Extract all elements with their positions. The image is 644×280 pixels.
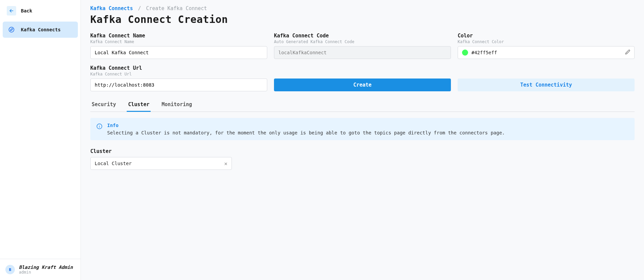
cluster-select[interactable]: Local Cluster ✕	[90, 157, 232, 170]
back-button[interactable]: Back	[3, 3, 78, 19]
tab-security[interactable]: Security	[90, 98, 117, 112]
close-icon[interactable]: ✕	[224, 160, 227, 167]
pencil-icon[interactable]	[625, 50, 630, 56]
field-sublabel: Kafka Connect Color	[458, 39, 635, 44]
back-label: Back	[21, 8, 32, 13]
sidebar-nav: Back Kafka Connects	[0, 0, 81, 259]
info-title: Info	[107, 123, 505, 128]
form-row-1: Kafka Connect Name Kafka Connect Name Ka…	[90, 33, 635, 59]
page-title: Kafka Connect Creation	[90, 13, 635, 25]
svg-point-0	[9, 27, 14, 32]
field-label: Kafka Connect Name	[90, 33, 267, 39]
sidebar-item-kafka-connects[interactable]: Kafka Connects	[3, 22, 78, 38]
breadcrumb-current: Create Kafka Connect	[146, 5, 207, 11]
cluster-select-value: Local Cluster	[95, 161, 132, 166]
sidebar: Back Kafka Connects B Blazing Kraft Admi…	[0, 0, 81, 280]
user-meta: Blazing Kraft Admin admin	[19, 265, 73, 275]
breadcrumb-separator: /	[138, 5, 141, 11]
main-content: Kafka Connects / Create Kafka Connect Ka…	[81, 0, 644, 280]
sidebar-item-label: Kafka Connects	[21, 27, 61, 32]
info-content: Info Selecting a Cluster is not mandator…	[107, 123, 505, 135]
field-label: Kafka Connect Url	[90, 65, 267, 71]
field-cluster: Cluster Local Cluster ✕	[90, 148, 232, 170]
field-sublabel: Auto Generated Kafka Connect Code	[274, 39, 451, 44]
compass-icon	[7, 25, 16, 34]
back-arrow-icon	[7, 6, 16, 15]
field-sublabel: Kafka Connect Url	[90, 72, 267, 76]
field-sublabel: Kafka Connect Name	[90, 39, 267, 44]
breadcrumb-link-kafka-connects[interactable]: Kafka Connects	[90, 5, 133, 11]
kafka-connect-name-input[interactable]	[90, 46, 267, 59]
field-label: Color	[458, 33, 635, 39]
field-label: Cluster	[90, 148, 232, 154]
user-panel[interactable]: B Blazing Kraft Admin admin	[0, 259, 81, 280]
info-alert: Info Selecting a Cluster is not mandator…	[90, 118, 635, 140]
user-name: Blazing Kraft Admin	[19, 265, 73, 270]
field-kafka-connect-code: Kafka Connect Code Auto Generated Kafka …	[274, 33, 451, 59]
tabs: Security Cluster Monitoring	[90, 98, 635, 112]
field-kafka-connect-name: Kafka Connect Name Kafka Connect Name	[90, 33, 267, 59]
tab-cluster[interactable]: Cluster	[127, 98, 151, 112]
field-color: Color Kafka Connect Color #42ff5eff	[458, 33, 635, 59]
field-kafka-connect-url: Kafka Connect Url Kafka Connect Url	[90, 65, 267, 91]
info-icon	[96, 123, 102, 135]
tab-monitoring[interactable]: Monitoring	[160, 98, 193, 112]
svg-marker-1	[10, 29, 12, 31]
kafka-connect-url-input[interactable]	[90, 79, 267, 91]
info-body: Selecting a Cluster is not mandatory, fo…	[107, 130, 505, 135]
color-value: #42ff5eff	[471, 50, 497, 55]
breadcrumb: Kafka Connects / Create Kafka Connect	[90, 5, 635, 11]
field-label: Kafka Connect Code	[274, 33, 451, 39]
kafka-connect-code-input	[274, 46, 451, 59]
avatar-initial: B	[9, 268, 11, 272]
user-role: admin	[19, 270, 73, 275]
color-input[interactable]: #42ff5eff	[458, 46, 635, 59]
create-button[interactable]: Create	[274, 79, 451, 91]
test-connectivity-button[interactable]: Test Connectivity	[458, 79, 635, 91]
avatar: B	[5, 265, 15, 274]
form-row-2: Kafka Connect Url Kafka Connect Url Crea…	[90, 65, 635, 91]
color-swatch-icon	[462, 50, 468, 56]
